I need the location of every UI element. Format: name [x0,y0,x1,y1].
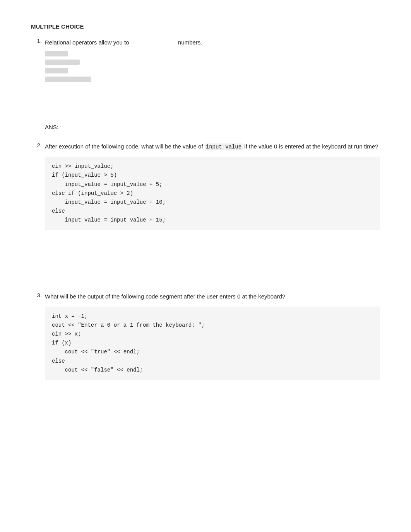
question-1-text: Relational operators allow you to number… [45,38,380,47]
q2-spacer2 [45,257,380,280]
question-3-content: What will be the output of the following… [45,292,380,384]
blur-line-2 [45,60,80,65]
question-2-content: After execution of the following code, w… [45,142,380,280]
question-3-text: What will be the output of the following… [45,292,380,301]
blur-line-4 [45,77,91,82]
q1-blurred-choices [45,51,122,82]
q2-inline-code: input_value [205,143,243,150]
question-3-number: 3. [31,292,45,384]
blur-line-1 [45,51,68,56]
section-title: MULTIPLE CHOICE [31,23,380,30]
q2-code: cin >> input_value; if (input_value > 5)… [45,157,380,230]
question-2-text: After execution of the following code, w… [45,142,380,151]
q2-text-part3: if the value 0 is entered at the keyboar… [244,143,378,150]
q2-spacer [45,234,380,257]
question-1-content: Relational operators allow you to number… [45,38,380,130]
q2-text-part1: After execution of the following code, w… [45,143,203,150]
question-3: 3. What will be the output of the follow… [31,292,380,384]
question-1: 1. Relational operators allow you to num… [31,38,380,130]
blur-line-3 [45,68,68,73]
q3-text: What will be the output of the following… [45,293,285,300]
q1-ans: ANS: [45,124,380,130]
q3-code: int x = -1; cout << "Enter a 0 or a 1 fr… [45,307,380,380]
q1-blank [132,38,175,47]
q1-text-after: numbers. [178,39,202,46]
q1-text-before: Relational operators allow you to [45,39,129,46]
question-1-number: 1. [31,38,45,130]
q1-spacer [45,85,380,108]
question-2: 2. After execution of the following code… [31,142,380,280]
question-2-number: 2. [31,142,45,280]
